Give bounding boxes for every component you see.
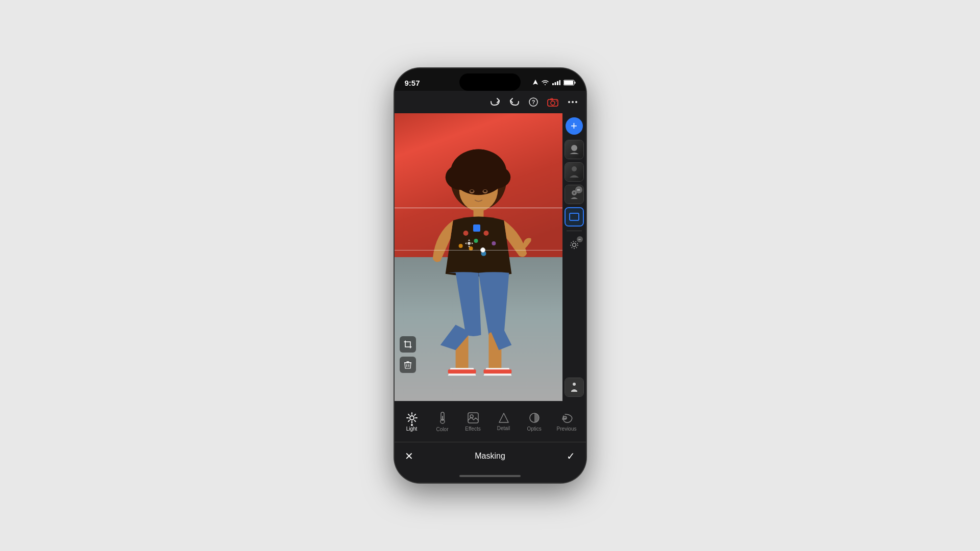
more-icon [568, 101, 578, 104]
wifi-icon [541, 80, 549, 86]
tool-optics[interactable]: Optics [522, 409, 547, 435]
mask-control-blue[interactable] [473, 224, 480, 232]
svg-point-22 [463, 231, 468, 236]
right-sidebar: + [562, 113, 586, 401]
sidebar-item-face[interactable] [565, 140, 584, 159]
undo-icon [509, 97, 520, 107]
tool-color-label: Color [436, 427, 449, 432]
undo-button[interactable] [509, 97, 520, 107]
person-mask-icon [569, 166, 580, 178]
svg-point-23 [474, 239, 478, 243]
sidebar-item-silhouette-bg [565, 378, 583, 396]
delete-tool-button[interactable] [400, 357, 416, 373]
svg-point-39 [572, 166, 577, 171]
camera-button[interactable] [547, 97, 558, 107]
signal-icon [552, 80, 560, 85]
masking-title: Masking [475, 452, 505, 461]
tool-light[interactable]: Light [400, 409, 424, 435]
optics-icon [528, 412, 541, 424]
svg-rect-5 [574, 82, 575, 84]
thermometer-icon [437, 411, 448, 424]
status-time: 9:57 [405, 79, 420, 87]
svg-point-14 [572, 101, 574, 103]
phone-screen: 9:57 [395, 68, 586, 483]
sidebar-item-person[interactable] [565, 162, 584, 182]
home-bar [459, 475, 521, 477]
bottom-toolbar: Light Color [395, 401, 586, 442]
previous-icon [560, 412, 573, 424]
svg-point-12 [556, 101, 557, 102]
tool-color-icon-wrapper [437, 411, 448, 424]
mask-control-white[interactable] [480, 247, 485, 253]
sidebar-item-silhouette[interactable] [565, 378, 584, 397]
silhouette-mask-icon [569, 382, 579, 393]
svg-line-55 [408, 420, 409, 421]
svg-point-47 [410, 416, 414, 420]
svg-rect-59 [468, 413, 478, 423]
svg-point-38 [571, 145, 577, 151]
mask-center-control[interactable] [464, 238, 474, 248]
sidebar-item-person-bg [565, 163, 583, 181]
tool-detail[interactable]: Detail [492, 409, 516, 434]
detail-icon [498, 412, 509, 423]
sidebar-item-subject[interactable]: − [565, 185, 584, 204]
status-icons [533, 80, 576, 86]
battery-icon [564, 80, 576, 86]
tool-optics-label: Optics [527, 426, 541, 432]
crop-tool-button[interactable] [400, 336, 416, 353]
svg-point-24 [483, 231, 488, 236]
rectangle-mask-icon [569, 212, 580, 222]
more-button[interactable] [568, 101, 578, 104]
effects-icon [467, 412, 479, 424]
top-toolbar: ? [395, 91, 586, 113]
dynamic-island [459, 73, 521, 91]
confirm-button[interactable]: ✓ [567, 450, 575, 462]
cancel-button[interactable]: ✕ [405, 450, 413, 462]
svg-point-13 [568, 101, 570, 103]
tool-light-label: Light [406, 426, 418, 432]
subject-badge-minus: − [575, 186, 582, 193]
add-mask-button[interactable]: + [566, 117, 583, 135]
svg-point-10 [551, 101, 555, 105]
sidebar-item-gear[interactable]: − [565, 235, 584, 255]
svg-point-41 [573, 192, 575, 194]
photo-bottom-tools [400, 336, 416, 373]
svg-point-44 [571, 241, 578, 248]
svg-rect-42 [570, 213, 579, 220]
svg-point-35 [470, 190, 473, 192]
mask-line-top [395, 208, 562, 208]
gear-badge: − [577, 236, 583, 242]
svg-rect-6 [564, 81, 573, 85]
svg-point-37 [468, 242, 471, 245]
svg-rect-0 [552, 83, 554, 85]
svg-point-20 [482, 166, 510, 188]
tool-detail-icon-wrapper [498, 412, 509, 423]
tool-previous[interactable]: Previous [553, 409, 581, 435]
svg-point-36 [483, 190, 486, 192]
bottom-action-bar: ✕ Masking ✓ [395, 442, 586, 469]
help-button[interactable]: ? [529, 97, 538, 107]
svg-point-27 [492, 241, 496, 245]
tool-previous-label: Previous [557, 426, 577, 432]
face-mask-icon [569, 144, 580, 155]
home-indicator [395, 469, 586, 483]
redo-icon [490, 97, 500, 107]
sidebar-item-rectangle[interactable] [565, 207, 584, 227]
location-icon [533, 80, 538, 86]
tool-color[interactable]: Color [430, 408, 455, 435]
mask-line-bottom [395, 250, 562, 251]
svg-rect-32 [483, 369, 511, 373]
mask-move-icon [464, 238, 474, 248]
sidebar-item-face-bg [565, 140, 583, 159]
svg-line-54 [414, 414, 415, 415]
svg-point-15 [575, 101, 577, 103]
tool-effects[interactable]: Effects [461, 409, 485, 435]
redo-button[interactable] [490, 97, 500, 107]
svg-point-46 [573, 383, 576, 386]
photo-simulation [395, 113, 562, 401]
main-content: + [395, 113, 586, 401]
camera-icon [547, 97, 558, 107]
trash-icon [404, 361, 411, 369]
tool-previous-icon-wrapper [560, 412, 573, 424]
tool-effects-icon-wrapper [467, 412, 479, 424]
